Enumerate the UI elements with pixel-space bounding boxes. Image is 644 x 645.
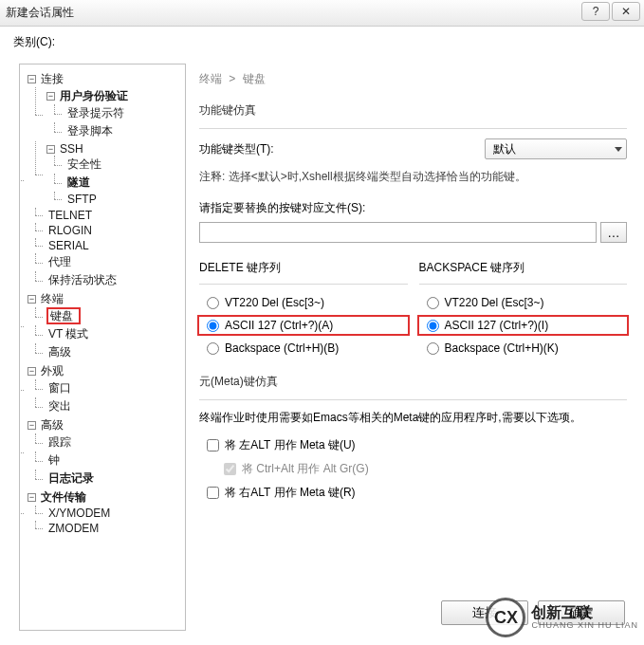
chevron-right-icon: > (229, 72, 235, 85)
delete-opt2[interactable]: ASCII 127 (Ctrl+?)(A) (197, 315, 410, 336)
tree-highlight[interactable]: 突出 (46, 399, 73, 413)
tree-advanced2[interactable]: 高级 (39, 418, 65, 432)
mapfile-label: 请指定要替换的按键对应文件(S): (199, 200, 627, 216)
category-label: 类别(C): (13, 34, 644, 50)
tree-auth[interactable]: 用户身份验证 (58, 89, 130, 102)
dialog-body: −连接 −用户身份验证 登录提示符 登录脚本 −SSH 安全性 隧道 SFTP (0, 54, 644, 631)
tree-keyboard[interactable]: 键盘 (46, 307, 81, 324)
tree-login-script[interactable]: 登录脚本 (65, 124, 115, 138)
tree-sftp[interactable]: SFTP (65, 193, 99, 206)
watermark-logo: CX (486, 598, 525, 637)
watermark-name: 创新互联 (531, 605, 638, 620)
tree-ssh[interactable]: SSH (58, 142, 85, 156)
tree-proxy[interactable]: 代理 (46, 255, 73, 268)
tree-appearance[interactable]: 外观 (39, 364, 65, 378)
backspace-opt3[interactable]: Backspace (Ctrl+H)(K) (419, 340, 628, 357)
backspace-opt2[interactable]: ASCII 127 (Ctrl+?)(I) (417, 315, 630, 336)
tree-terminal[interactable]: 终端 (39, 292, 65, 305)
tree-toggle[interactable]: − (46, 92, 55, 101)
delete-column: DELETE 键序列 VT220 Del (Esc[3~) ASCII 127 … (199, 260, 408, 360)
tree-zmodem[interactable]: ZMODEM (46, 522, 101, 535)
tree-serial[interactable]: SERIAL (46, 239, 91, 252)
tree-toggle[interactable]: − (46, 145, 55, 154)
tree-vtmode[interactable]: VT 模式 (46, 327, 90, 341)
breadcrumb: 终端 > 键盘 (199, 71, 627, 87)
backspace-title: BACKSPACE 键序列 (419, 260, 628, 276)
tree-tunnel[interactable]: 隧道 (65, 175, 92, 189)
tree-advanced[interactable]: 高级 (46, 345, 73, 359)
settings-panel: 终端 > 键盘 功能键仿真 功能键类型(T): 默认 注释: 选择<默认>时,X… (186, 64, 636, 631)
tree-trace[interactable]: 跟踪 (46, 435, 73, 449)
fn-type-label: 功能键类型(T): (199, 141, 294, 157)
backspace-column: BACKSPACE 键序列 VT220 Del (Esc[3~) ASCII 1… (419, 260, 628, 360)
meta-desc: 终端作业时使用需要如Emacs等相关的Meta键的应用程序时,需要以下选项。 (199, 410, 627, 426)
category-tree-panel: −连接 −用户身份验证 登录提示符 登录脚本 −SSH 安全性 隧道 SFTP (19, 64, 186, 631)
window-controls: ? ✕ (580, 2, 640, 21)
divider (199, 399, 627, 400)
window-title: 新建会话属性 (6, 5, 74, 21)
breadcrumb-a: 终端 (199, 72, 222, 85)
tree-toggle[interactable]: − (28, 75, 36, 83)
tree-rlogin[interactable]: RLOGIN (46, 224, 94, 237)
divider (199, 128, 627, 129)
fn-hint: 注释: 选择<默认>时,Xshell根据终端类型自动选择恰当的功能键。 (199, 169, 627, 185)
tree-toggle[interactable]: − (28, 295, 36, 304)
meta-right-alt[interactable]: 将 右ALT 用作 Meta 键(R) (199, 483, 627, 503)
tree-bell[interactable]: 钟 (46, 453, 62, 467)
tree-toggle[interactable]: − (28, 367, 36, 376)
delete-opt3[interactable]: Backspace (Ctrl+H)(B) (199, 340, 408, 357)
meta-title: 元(Meta)键仿真 (199, 374, 627, 390)
tree-window[interactable]: 窗口 (46, 381, 73, 395)
tree-toggle[interactable]: − (28, 421, 36, 430)
fn-type-value: 默认 (493, 141, 516, 157)
browse-button[interactable]: … (600, 222, 627, 243)
chevron-down-icon (615, 147, 622, 152)
tree-logging[interactable]: 日志记录 (46, 471, 96, 485)
divider (419, 284, 628, 285)
tree-telnet[interactable]: TELNET (46, 209, 94, 222)
tree-keepalive[interactable]: 保持活动状态 (46, 273, 119, 286)
backspace-opt1[interactable]: VT220 Del (Esc[3~) (419, 294, 628, 311)
delete-title: DELETE 键序列 (199, 260, 408, 276)
tree-security[interactable]: 安全性 (65, 157, 103, 171)
fn-section-title: 功能键仿真 (199, 102, 627, 119)
tree-toggle[interactable]: − (28, 493, 36, 502)
fn-type-combo[interactable]: 默认 (485, 138, 627, 159)
meta-left-alt[interactable]: 将 左ALT 用作 Meta 键(U) (199, 435, 627, 455)
close-button[interactable]: ✕ (612, 2, 640, 21)
help-button[interactable]: ? (581, 2, 610, 21)
watermark: CX 创新互联 CHUANG XIN HU LIAN (486, 598, 638, 637)
tree-file-transfer[interactable]: 文件传输 (39, 490, 88, 504)
tree-xymodem[interactable]: X/YMODEM (46, 507, 112, 520)
tree-connection[interactable]: 连接 (39, 72, 65, 85)
tree-login-prompt[interactable]: 登录提示符 (65, 106, 126, 120)
divider (199, 284, 408, 285)
watermark-sub: CHUANG XIN HU LIAN (531, 620, 638, 630)
category-tree[interactable]: −连接 −用户身份验证 登录提示符 登录脚本 −SSH 安全性 隧道 SFTP (24, 70, 183, 537)
breadcrumb-b: 键盘 (243, 72, 266, 85)
meta-ctrl-alt: 将 Ctrl+Alt 用作 Alt Gr(G) (199, 459, 627, 479)
mapfile-input[interactable] (199, 222, 597, 243)
titlebar: 新建会话属性 ? ✕ (0, 0, 644, 27)
delete-opt1[interactable]: VT220 Del (Esc[3~) (199, 294, 408, 311)
